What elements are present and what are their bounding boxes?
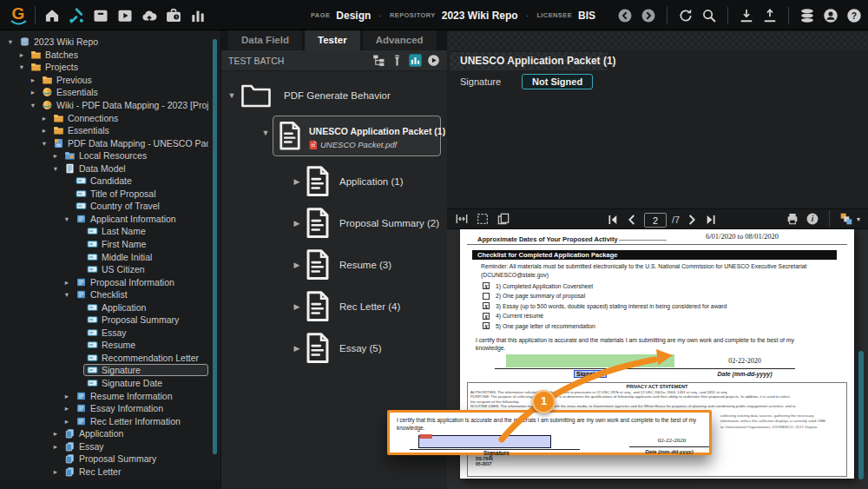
expander-closed-icon[interactable]: ▸ (50, 442, 61, 451)
batch-document-resume-3[interactable]: ▶Resume (3) (221, 244, 447, 286)
flashlight-icon[interactable] (391, 54, 404, 67)
batch-document-selected[interactable]: UNESCO Application Packet (1) UNESCO Pac… (273, 116, 441, 156)
tree-item-item[interactable]: ▸ (2, 478, 208, 479)
help-icon[interactable]: ? (845, 7, 863, 24)
sidebar-hscroll-track[interactable] (0, 480, 220, 489)
batch-document-application-1[interactable]: ▶Application (1) (221, 161, 447, 202)
expander-open-icon[interactable]: ▾ (50, 164, 61, 173)
expander-closed-icon[interactable]: ▶ (292, 219, 302, 228)
tree-item-signature-date[interactable]: Signature Date (2, 377, 208, 390)
expander-open-icon[interactable]: ▾ (62, 215, 72, 223)
expander-closed-icon[interactable]: ▶ (292, 302, 302, 311)
tab-data-field[interactable]: Data Field (228, 30, 302, 50)
expander-closed-icon[interactable]: ▸ (50, 429, 61, 438)
expander-closed-icon[interactable]: ▸ (62, 392, 72, 400)
info-icon[interactable]: i (806, 212, 819, 226)
batch-document-proposal-summary-2[interactable]: ▶Proposal Summary (2) (221, 202, 447, 244)
tree-item-2023-wiki-repo[interactable]: ▾2023 Wiki Repo (2, 36, 208, 49)
tree-item-essay[interactable]: ▸Essay (2, 440, 208, 453)
tree-item-batches[interactable]: ▸Batches (2, 49, 208, 62)
tab-advanced[interactable]: Advanced (363, 30, 437, 50)
expander-open-icon[interactable]: ▾ (16, 63, 27, 71)
tab-tester[interactable]: Tester (305, 30, 360, 50)
tree-item-signature[interactable]: Signature (2, 364, 208, 377)
tools-icon[interactable] (68, 7, 85, 24)
tree-item-rec-letter[interactable]: ▸Rec Letter (2, 466, 208, 479)
next-page-icon[interactable] (685, 213, 699, 227)
expander-closed-icon[interactable]: ▸ (62, 404, 72, 413)
tree-item-data-model[interactable]: ▾Data Model (2, 162, 208, 175)
context-value-page[interactable]: Design (336, 10, 371, 22)
last-page-icon[interactable] (704, 213, 718, 227)
tree-item-proposal-summary[interactable]: Proposal Summary (2, 314, 208, 327)
tree-item-last-name[interactable]: Last Name (2, 225, 208, 238)
tree-item-recommendation-letter[interactable]: Recommendation Letter (2, 352, 208, 365)
tree-item-first-name[interactable]: First Name (2, 238, 208, 251)
tree-item-us-citizen[interactable]: US Citizen (2, 263, 208, 276)
batch-icon[interactable] (92, 7, 109, 24)
first-page-icon[interactable] (606, 213, 620, 227)
expander-closed-icon[interactable]: ▸ (28, 76, 38, 84)
expander-closed-icon[interactable]: ▶ (292, 261, 302, 269)
tree-item-essentials[interactable]: ▸Essentials (2, 124, 208, 137)
tree-item-proposal-information[interactable]: ▸Proposal Information (2, 275, 208, 288)
expander-open-icon[interactable]: ▾ (5, 37, 16, 46)
context-value-licensee[interactable]: BIS (578, 10, 595, 22)
batch-document-rec-letter-4[interactable]: ▶Rec Letter (4) (221, 286, 447, 327)
marquee-icon[interactable] (476, 212, 490, 226)
tree-item-applicant-information[interactable]: ▾Applicant Information (2, 213, 208, 226)
expander-open-icon[interactable]: ▾ (62, 290, 72, 299)
field-value-badge[interactable]: Not Signed (522, 74, 593, 89)
expander-open-icon[interactable]: ▼ (260, 129, 271, 137)
expander-closed-icon[interactable]: ▸ (39, 126, 49, 135)
home-icon[interactable] (43, 7, 61, 24)
expander-open-icon[interactable]: ▼ (227, 91, 237, 100)
tree-item-pdf-data-mapping-unesco-packet[interactable]: ▾PDF Data Mapping - UNESCO Packet (2, 136, 208, 149)
tree-item-checklist[interactable]: ▾Checklist (2, 288, 208, 301)
fitwidth-icon[interactable] (455, 212, 469, 226)
user-icon[interactable] (822, 7, 839, 24)
tree-item-connections[interactable]: ▸Connections (2, 111, 208, 124)
expander-open-icon[interactable]: ▾ (39, 139, 49, 148)
tree-item-projects[interactable]: ▾Projects (2, 61, 208, 74)
tree-item-rec-letter-information[interactable]: ▸Rec Letter Information (2, 414, 208, 427)
tree-item-application[interactable]: Application (2, 301, 208, 314)
tree-item-candidate[interactable]: Candidate (2, 175, 208, 188)
expander-open-icon[interactable]: ▾ (28, 101, 38, 109)
expander-closed-icon[interactable]: ▶ (292, 177, 302, 186)
refresh-icon[interactable] (677, 7, 694, 24)
upload-icon[interactable] (761, 7, 779, 24)
expander-closed-icon[interactable]: ▸ (50, 151, 61, 160)
expander-closed-icon[interactable]: ▸ (39, 114, 49, 122)
viewer-scrollbar[interactable] (858, 351, 864, 479)
signature-field-highlight[interactable] (506, 354, 674, 367)
batch-document-essay-5[interactable]: ▶Essay (5) (221, 327, 447, 369)
cloud-upload-icon[interactable] (141, 7, 158, 24)
search-icon[interactable] (700, 7, 718, 24)
media-icon[interactable] (116, 7, 134, 24)
tree-item-previous[interactable]: ▸Previous (2, 74, 208, 87)
tree-item-local-resources[interactable]: ▸Local Resources (2, 149, 208, 162)
stats-icon[interactable] (189, 7, 207, 24)
portfolio-icon[interactable] (165, 7, 182, 24)
print-icon[interactable] (786, 212, 799, 226)
expander-closed-icon[interactable]: ▸ (62, 278, 72, 287)
database-icon[interactable] (799, 7, 816, 24)
previous-page-icon[interactable] (625, 213, 639, 227)
expander-closed-icon[interactable]: ▸ (62, 417, 72, 426)
download-icon[interactable] (738, 7, 755, 24)
forward-icon[interactable] (640, 7, 657, 24)
annotation-number-badge[interactable]: 1 (532, 390, 556, 413)
tree-item-essay[interactable]: Essay (2, 327, 208, 340)
page-number-input[interactable]: 2 (644, 213, 667, 228)
tree-item-title-of-proposal[interactable]: Title of Proposal (2, 188, 208, 201)
tree-item-essay-information[interactable]: ▸Essay Information (2, 402, 208, 415)
tree-item-resume[interactable]: Resume (2, 339, 208, 352)
hierarchy-icon[interactable] (372, 54, 385, 67)
tree-item-proposal-summary[interactable]: Proposal Summary (2, 453, 208, 466)
app-logo-icon[interactable]: G (7, 3, 30, 27)
tree-item-application[interactable]: ▸Application (2, 427, 208, 440)
expander-closed-icon[interactable]: ▶ (292, 344, 302, 353)
tree-item-essentials[interactable]: ▸Essentials (2, 86, 208, 99)
expander-closed-icon[interactable]: ▸ (16, 50, 27, 59)
